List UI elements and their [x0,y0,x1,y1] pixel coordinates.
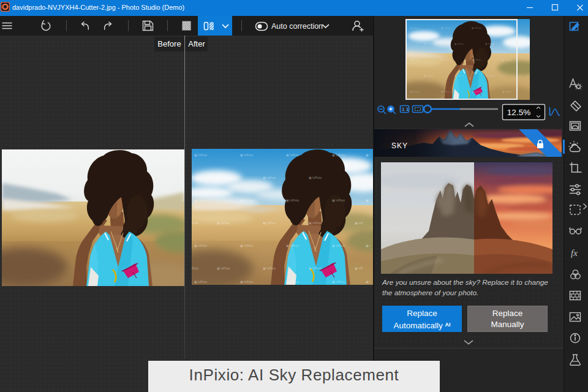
svg-text:Pixio: Pixio [192,221,198,225]
svg-text:▣ InPixio: ▣ InPixio [194,198,207,202]
svg-text:▣ InPixio: ▣ InPixio [309,266,322,270]
svg-text:▣ InPixio: ▣ InPixio [441,27,450,29]
svg-text:▣ InPixio: ▣ InPixio [240,244,253,247]
svg-text:▣ InPixio: ▣ InPixio [472,59,481,61]
svg-text:▣ InPixio: ▣ InPixio [410,59,420,61]
svg-text:▣ InPixio: ▣ InPixio [472,91,481,93]
svg-text:▣ InP: ▣ InP [355,176,363,179]
svg-text:▣ I: ▣ I [366,198,371,202]
svg-text:▣ InPixio: ▣ InPixio [332,198,345,202]
svg-text:▣ InPixio: ▣ InPixio [263,266,276,270]
svg-text:12.5%: 12.5% [507,108,530,117]
svg-text:Pixio: Pixio [192,176,198,179]
svg-text:▣ InPixio: ▣ InPixio [263,176,276,179]
svg-text:▣ InPixio: ▣ InPixio [332,280,345,284]
svg-text:▣ InPixio: ▣ InPixio [441,59,450,61]
svg-text:▣ InPixio: ▣ InPixio [286,153,299,157]
svg-text:▣ InPixio: ▣ InPixio [194,153,207,157]
svg-text:▣ InPixio: ▣ InPixio [309,176,322,179]
svg-text:▣ InPixio: ▣ InPixio [240,153,253,157]
svg-text:▣ InPixio: ▣ InPixio [485,75,494,77]
svg-text:SKY: SKY [391,141,408,150]
svg-text:▣ InPixio: ▣ InPixio [263,221,276,225]
svg-text:▣ InPixio: ▣ InPixio [332,153,345,157]
svg-text:▣ InPixio: ▣ InPixio [332,244,345,247]
svg-text:▣ InPixio: ▣ InPixio [286,244,299,247]
svg-text:▣ InPixio: ▣ InPixio [217,266,230,270]
svg-text:▣ InPixio: ▣ InPixio [454,43,464,45]
svg-text:▣ I: ▣ I [366,280,371,284]
svg-text:▣ InP: ▣ InP [355,221,363,225]
svg-text:▣ InPixio: ▣ InPixio [485,43,494,45]
svg-text:▣ InPixio: ▣ InPixio [424,75,433,77]
svg-text:▣ I: ▣ I [366,244,371,247]
svg-text:▣ InPixio: ▣ InPixio [454,75,464,77]
svg-text:Pixio: Pixio [192,266,198,270]
svg-text:fx: fx [571,248,578,258]
svg-text:▣ InPixio: ▣ InPixio [502,27,511,29]
svg-text:▣ InPixio: ▣ InPixio [240,198,253,202]
svg-text:▣ InPixio: ▣ InPixio [309,221,322,225]
svg-text:▣ InPixio: ▣ InPixio [472,27,481,29]
svg-text:▣ InP: ▣ InP [355,266,363,270]
svg-text:Auto correction: Auto correction [271,22,323,31]
svg-text:▣ InPixio: ▣ InPixio [217,221,230,225]
svg-text:▣ InPixio: ▣ InPixio [286,280,299,284]
svg-text:▣ InPixio: ▣ InPixio [194,244,207,247]
svg-text:1 1: 1 1 [402,107,409,112]
svg-text:▣ InPixio: ▣ InPixio [194,280,207,284]
svg-text:▣ InPixio: ▣ InPixio [441,91,450,93]
svg-text:▣ InPixio: ▣ InPixio [286,198,299,202]
svg-text:▣ I: ▣ I [366,153,371,157]
svg-text:▣ InPixio: ▣ InPixio [217,176,230,179]
svg-text:▣ InPixio: ▣ InPixio [410,91,420,93]
svg-text:▣ InPixio: ▣ InPixio [424,43,433,45]
svg-text:▣ InPixio: ▣ InPixio [502,59,511,61]
svg-text:▣ InPixio: ▣ InPixio [410,27,420,29]
svg-text:▣ InPixio: ▣ InPixio [240,280,253,284]
svg-text:▣ InPixio: ▣ InPixio [502,91,511,93]
